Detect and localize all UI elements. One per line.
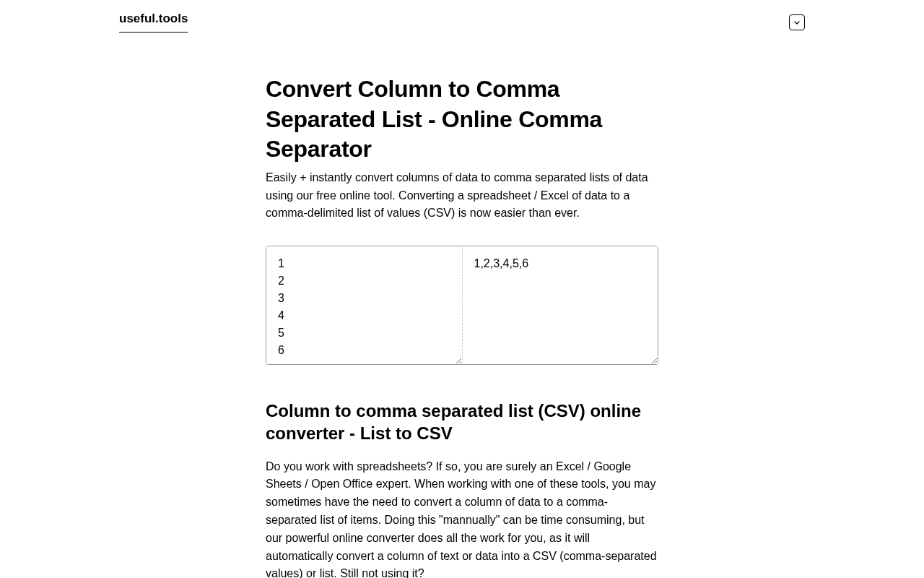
section-subtitle: Column to comma separated list (CSV) onl… [266,400,658,444]
site-header: useful.tools [0,0,924,44]
csv-output[interactable] [463,246,658,364]
main-content: Convert Column to Comma Separated List -… [266,44,658,578]
menu-toggle-button[interactable] [789,14,805,30]
site-logo[interactable]: useful.tools [119,12,188,33]
converter-panel [266,246,658,365]
section-body: Do you work with spreadsheets? If so, yo… [266,458,658,578]
column-input[interactable] [266,246,463,364]
page-title: Convert Column to Comma Separated List -… [266,74,658,165]
intro-text: Easily + instantly convert columns of da… [266,169,658,223]
chevron-down-icon [794,19,800,26]
